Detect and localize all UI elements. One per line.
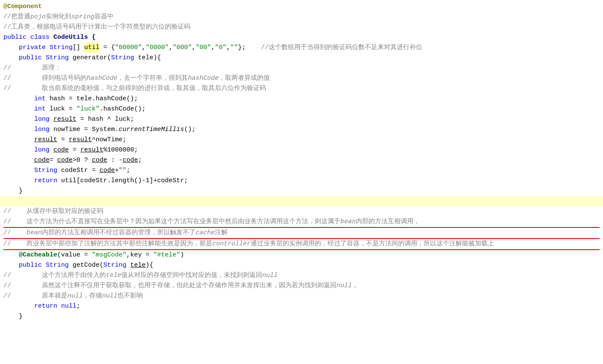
code-line: public class CodeUtils { — [0, 32, 603, 43]
code-line: code= code>0 ? code : -code; — [0, 155, 603, 166]
code-line: } — [0, 186, 603, 196]
code-line: } — [0, 312, 603, 322]
code-line: private String[] util = {"00000","0000",… — [0, 43, 603, 53]
code-line: @Component — [0, 2, 603, 12]
code-line: @Cacheable(value = "msgCode",key = "#tel… — [0, 250, 603, 260]
code-line: // 取当前系统的毫秒值，与之前得到的进行异或，取其值，取其后六位作为验证码 — [0, 84, 603, 94]
code-line: long code = result%1000000; — [0, 145, 603, 155]
code-line: // 原理： — [0, 63, 603, 73]
code-line: int hash = tele.hashCode(); — [0, 94, 603, 104]
code-line: long nowTime = System.currentTimeMillis(… — [0, 125, 603, 135]
code-line: // 而业务层中那些加了注解的方法其中那些注解能生效是因为，那是controll… — [0, 239, 603, 250]
code-line: // 原本就是null，存储null也不影响 — [0, 291, 603, 301]
code-line: return util[codeStr.length()-1]+codeStr; — [0, 176, 603, 186]
code-line: //把普通pojo实例化到spring容器中 — [0, 12, 603, 22]
code-line: // 这个方法为什么不直接写在业务层中？因为如果这个方法写在业务层中然后由业务方… — [0, 217, 603, 228]
code-line: public String generator(String tele){ — [0, 53, 603, 63]
code-line: int luck = "luck".hashCode(); — [0, 104, 603, 114]
code-line: // 得到电话号码的hashCode，去一个字符串，得到其hashCode，取两… — [0, 73, 603, 84]
code-line: result = result^nowTime; — [0, 135, 603, 145]
code-line: // 从缓存中获取对应的验证码 — [0, 207, 603, 217]
code-line: // bean内部的方法互相调用不经过容器的管理，所以触发不了cache注解 — [0, 228, 603, 239]
code-line: return null; — [0, 301, 603, 312]
code-line: // 虽然这个注释不仅用于获取获取，也用于存储，但此处这个存储作用并未发挥出来，… — [0, 281, 603, 291]
code-line: long result = hash ^ luck; — [0, 114, 603, 125]
code-editor: @Component//把普通pojo实例化到spring容器中//工具类，根据… — [0, 0, 603, 364]
code-line: //工具类，根据电话号码用于计算出一个字符类型的六位的验证码 — [0, 22, 603, 32]
code-line: // 这个方法用于由传入的tele值从对应的存储空间中找对应的值，未找到则返回n… — [0, 271, 603, 281]
code-line: String codeStr = code+""; — [0, 166, 603, 176]
code-line: public String getCode(String tele){ — [0, 260, 603, 271]
code-line — [0, 196, 603, 207]
